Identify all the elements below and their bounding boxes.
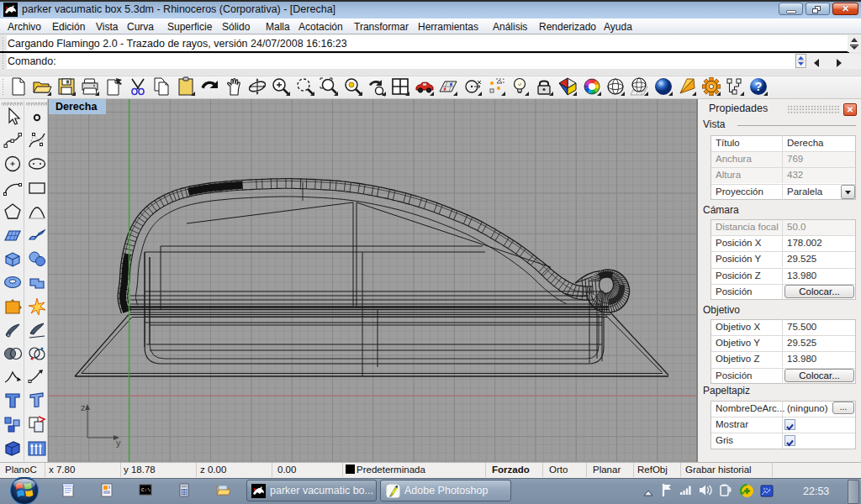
svg-text:y: y <box>116 438 121 448</box>
svg-text:C:\: C:\ <box>141 487 151 493</box>
svg-text:z: z <box>81 402 86 412</box>
svg-text:?: ? <box>755 80 763 93</box>
